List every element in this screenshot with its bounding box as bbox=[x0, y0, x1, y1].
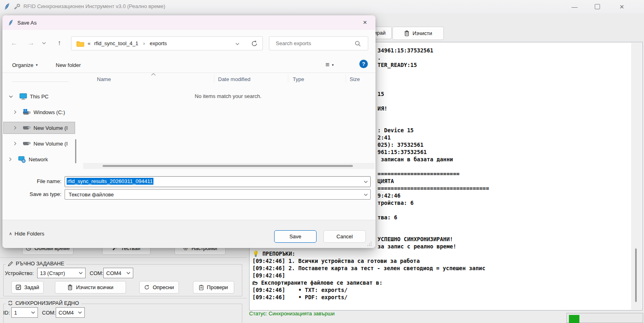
hide-folders-label: Hide Folders bbox=[15, 231, 44, 237]
sync-one-title: СИНХРОНИЗИРАЙ ЕДНО bbox=[6, 300, 81, 306]
file-name-label: File name: bbox=[2, 178, 61, 184]
tree-item-label: Network bbox=[29, 156, 48, 163]
address-dropdown-icon[interactable] bbox=[235, 43, 239, 45]
column-header-name[interactable]: Name bbox=[97, 76, 111, 82]
view-list-icon: ≡ bbox=[325, 61, 329, 69]
file-name-input[interactable]: rfid_sync_results_20260311_094411 bbox=[65, 176, 371, 187]
save-as-type-value: Текстови файлове bbox=[69, 192, 114, 198]
nav-back-button[interactable]: ← bbox=[8, 37, 20, 49]
export-button-label: ирай bbox=[374, 30, 386, 36]
chevron-down-icon[interactable] bbox=[9, 95, 13, 98]
clear-all-button[interactable]: Изчисти всички bbox=[55, 281, 126, 294]
save-as-type-label: Save as type: bbox=[2, 191, 61, 197]
chevron-down-icon bbox=[78, 311, 82, 314]
tree-item-this-pc[interactable]: This PC bbox=[3, 90, 76, 102]
resize-grip[interactable] bbox=[367, 241, 372, 247]
tree-divider bbox=[12, 81, 69, 82]
trash-icon bbox=[67, 284, 73, 290]
search-box[interactable] bbox=[269, 36, 368, 50]
horizontal-scrollbar-thumb[interactable] bbox=[103, 165, 353, 167]
set-button[interactable]: Задай bbox=[11, 281, 44, 294]
tree-item-new-volume-2[interactable]: New Volume (I bbox=[3, 138, 76, 150]
log-scrollbar-thumb[interactable] bbox=[635, 248, 637, 302]
organize-menu[interactable]: Organize ▾ bbox=[12, 60, 38, 69]
maximize-button[interactable] bbox=[588, 0, 606, 13]
windows-drive-icon bbox=[23, 109, 31, 115]
breadcrumb-chevrons[interactable]: « bbox=[88, 40, 90, 46]
refresh-label: Опресни bbox=[153, 284, 174, 290]
refresh-address-icon[interactable] bbox=[251, 40, 258, 47]
breadcrumb-separator: › bbox=[143, 40, 145, 46]
horizontal-scrollbar-track[interactable] bbox=[83, 163, 375, 169]
chevron-right-icon[interactable] bbox=[9, 157, 12, 161]
chevron-right-icon[interactable] bbox=[14, 110, 17, 114]
chevron-right-icon[interactable] bbox=[14, 142, 17, 146]
help-icon[interactable]: ? bbox=[359, 60, 368, 68]
search-input[interactable] bbox=[275, 40, 353, 47]
chevron-down-icon[interactable] bbox=[364, 181, 368, 183]
column-header-type[interactable]: Type bbox=[293, 76, 304, 82]
dialog-close-button[interactable]: × bbox=[358, 17, 372, 28]
tree-item-windows-c[interactable]: Windows (C:) bbox=[3, 106, 76, 118]
dialog-feather-icon bbox=[8, 19, 13, 26]
main-titlebar: RFID Синхронизационен Инструмент v3.0 (Р… bbox=[0, 0, 644, 13]
save-as-type-select[interactable]: Текстови файлове bbox=[65, 189, 371, 200]
maximize-icon bbox=[595, 4, 600, 9]
column-divider[interactable] bbox=[346, 75, 346, 83]
chevron-down-icon bbox=[42, 42, 46, 44]
breadcrumb-folder-current[interactable]: exports bbox=[150, 40, 167, 46]
progress-bar bbox=[566, 313, 643, 323]
drive-icon bbox=[23, 125, 31, 131]
log-clipped-text: 34961:15:37532561 . TER_READY:15 15 ИЯ! … bbox=[378, 47, 489, 250]
save-as-dialog: Save As × ← → ↑ « rfid_sync_tool_4_1 › e… bbox=[2, 15, 375, 248]
close-button[interactable]: × bbox=[613, 0, 631, 13]
refresh-button[interactable]: Опресни bbox=[139, 281, 179, 294]
com-select[interactable]: COM4 bbox=[103, 268, 133, 278]
nav-forward-button[interactable]: → bbox=[25, 37, 37, 49]
column-header-size[interactable]: Size bbox=[350, 76, 360, 82]
check-button[interactable]: Провери bbox=[193, 281, 234, 294]
tree-item-label: New Volume (I bbox=[34, 141, 68, 147]
view-mode-button[interactable]: ≡ ▾ bbox=[325, 60, 334, 69]
id-select[interactable]: 1 bbox=[11, 307, 38, 318]
app-title: RFID Синхронизационен Инструмент v3.0 (Р… bbox=[23, 3, 165, 9]
view-caret-icon: ▾ bbox=[332, 63, 334, 67]
minimize-button[interactable]: — bbox=[565, 0, 584, 13]
breadcrumb-folder-parent[interactable]: rfid_sync_tool_4_1 bbox=[94, 40, 138, 46]
clear-log-button[interactable]: Изчисти bbox=[392, 27, 444, 40]
folder-icon bbox=[76, 40, 84, 47]
device-select[interactable]: 13 (Старт) bbox=[37, 268, 86, 278]
address-bar[interactable]: « rfid_sync_tool_4_1 › exports bbox=[71, 36, 263, 50]
new-folder-button[interactable]: New folder bbox=[56, 60, 81, 69]
device-label: Устройство: bbox=[5, 270, 34, 276]
sync-com-label: COM: bbox=[42, 310, 56, 316]
monitor-icon bbox=[19, 93, 27, 100]
empty-list-message: No items match your search. bbox=[82, 93, 375, 99]
file-list: Name Date modified Type Size No items ma… bbox=[82, 74, 375, 171]
column-divider[interactable] bbox=[288, 75, 288, 83]
hide-folders-button[interactable]: ∧ Hide Folders bbox=[9, 231, 44, 237]
separator bbox=[0, 257, 247, 258]
check-label: Провери bbox=[207, 284, 228, 290]
clear-log-label: Изчисти bbox=[413, 30, 432, 36]
cancel-button[interactable]: Cancel bbox=[323, 230, 366, 243]
manual-set-title-text: РЪЧНО ЗАДАВАНЕ bbox=[16, 260, 64, 267]
sync-com-select[interactable]: COM4 bbox=[56, 307, 85, 318]
checkbox-check-icon bbox=[16, 285, 21, 290]
trash-icon bbox=[404, 30, 409, 36]
column-header-date-modified[interactable]: Date modified bbox=[218, 76, 250, 82]
clipboard-icon bbox=[199, 285, 203, 290]
tree-item-new-volume-1[interactable]: New Volume (I bbox=[3, 122, 75, 134]
file-name-selected-text: rfid_sync_results_20260311_094411 bbox=[67, 178, 153, 185]
sync-icon bbox=[8, 300, 13, 306]
tree-item-network[interactable]: Network bbox=[3, 153, 76, 165]
tree-scrollbar-thumb[interactable] bbox=[75, 139, 76, 163]
nav-recent-dropdown[interactable] bbox=[40, 40, 48, 47]
dialog-titlebar: Save As × bbox=[2, 15, 375, 30]
column-divider[interactable] bbox=[214, 75, 214, 83]
nav-up-button[interactable]: ↑ bbox=[53, 37, 65, 49]
chevron-right-icon[interactable] bbox=[14, 126, 17, 130]
chevron-down-icon bbox=[364, 194, 368, 196]
save-button[interactable]: Save bbox=[274, 230, 317, 243]
separator bbox=[0, 298, 247, 298]
